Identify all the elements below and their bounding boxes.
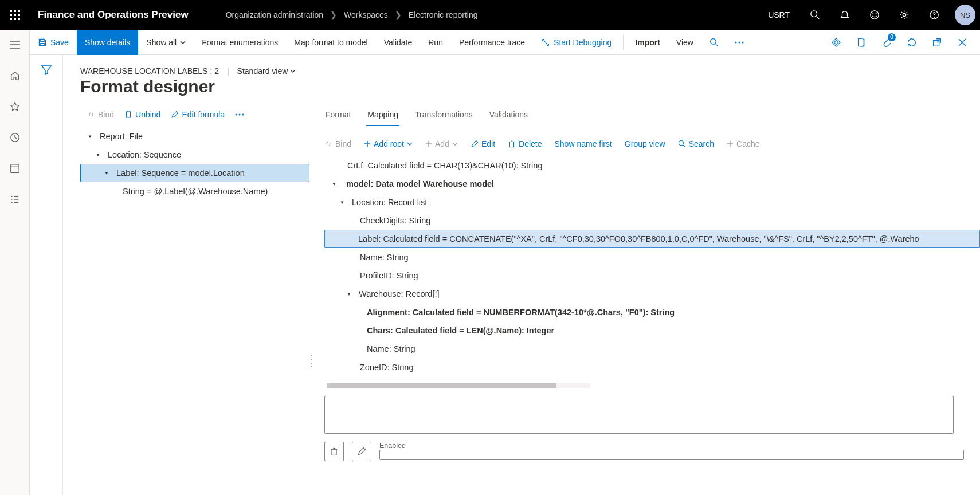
show-all-button[interactable]: Show all — [138, 30, 194, 55]
svg-rect-8 — [18, 18, 20, 20]
import-button[interactable]: Import — [627, 30, 668, 55]
svg-point-35 — [738, 41, 740, 43]
svg-rect-1 — [14, 10, 16, 12]
app-title: Finance and Operations Preview — [30, 0, 205, 30]
tree-row[interactable]: Chars: Calculated field = LEN(@.Name): I… — [324, 321, 980, 340]
save-label: Save — [50, 38, 69, 47]
overflow-button[interactable] — [727, 30, 752, 55]
caret-down-icon[interactable]: ▼ — [94, 152, 102, 158]
save-button[interactable]: Save — [30, 30, 77, 55]
svg-point-9 — [811, 11, 817, 17]
caret-down-icon[interactable]: ▼ — [330, 182, 338, 187]
diamond-icon[interactable] — [825, 32, 847, 53]
svg-point-30 — [543, 39, 544, 41]
svg-point-45 — [242, 114, 244, 116]
tree-row[interactable]: String = @.Label(@.Warehouse.Name) — [80, 182, 309, 201]
find-button[interactable] — [701, 30, 727, 55]
avatar[interactable]: NS — [955, 5, 975, 25]
edit-button[interactable]: Edit — [471, 139, 495, 148]
help-icon[interactable] — [922, 0, 947, 30]
svg-rect-5 — [18, 14, 20, 16]
home-icon[interactable] — [6, 66, 24, 85]
workspace-icon[interactable] — [6, 159, 24, 178]
tree-row[interactable]: ProfileID: String — [324, 266, 980, 285]
add-button: Add — [425, 139, 458, 148]
tree-row[interactable]: ▼ Location: Sequence — [80, 146, 309, 164]
breadcrumb-item[interactable]: Electronic reporting — [409, 10, 478, 19]
delete-button[interactable]: Delete — [508, 139, 542, 148]
close-icon[interactable] — [951, 32, 973, 53]
splitter-handle[interactable] — [309, 261, 314, 461]
tab-validations[interactable]: Validations — [488, 107, 529, 126]
tree-row[interactable]: CrLf: Calculated field = CHAR(13)&CHAR(1… — [324, 156, 980, 175]
search-icon[interactable] — [802, 0, 828, 30]
edit-formula-button[interactable]: Edit formula — [171, 110, 225, 119]
caret-down-icon[interactable]: ▼ — [338, 200, 346, 205]
search-button[interactable]: Search — [678, 139, 714, 148]
delete-formula-button[interactable] — [324, 442, 344, 461]
tree-row[interactable]: ▼ model: Data model Warehouse model — [324, 175, 980, 193]
filter-icon[interactable] — [41, 64, 52, 495]
modules-icon[interactable] — [6, 190, 24, 209]
caret-down-icon[interactable]: ▼ — [86, 134, 94, 139]
enabled-input[interactable] — [379, 450, 964, 460]
waffle-icon[interactable] — [0, 0, 30, 30]
gear-icon[interactable] — [892, 0, 917, 30]
recent-icon[interactable] — [6, 128, 24, 147]
separator — [623, 35, 624, 50]
expression-textarea[interactable] — [324, 396, 954, 434]
perf-trace-button[interactable]: Performance trace — [451, 30, 533, 55]
horizontal-scrollbar[interactable] — [327, 383, 590, 388]
smile-icon[interactable] — [862, 0, 887, 30]
tree-row[interactable]: Alignment: Calculated field = NUMBERFORM… — [324, 303, 980, 321]
star-icon[interactable] — [6, 97, 24, 116]
svg-point-32 — [711, 38, 716, 44]
tree-row[interactable]: ▼ Location: Record list — [324, 193, 980, 211]
edit-formula-button[interactable] — [352, 442, 371, 461]
breadcrumb-item[interactable]: Organization administration — [226, 10, 323, 19]
breadcrumb-item[interactable]: Workspaces — [344, 10, 388, 19]
view-button[interactable]: View — [668, 30, 701, 55]
chevron-right-icon: ❯ — [330, 10, 337, 19]
validate-button[interactable]: Validate — [376, 30, 421, 55]
tab-mapping[interactable]: Mapping — [366, 107, 399, 126]
bell-icon[interactable] — [832, 0, 857, 30]
format-enum-button[interactable]: Format enumerations — [194, 30, 286, 55]
view-selector[interactable]: Standard view — [237, 66, 296, 76]
divider: | — [227, 66, 229, 76]
caret-down-icon[interactable]: ▼ — [345, 292, 353, 297]
overflow-button[interactable] — [235, 113, 244, 116]
office-icon[interactable] — [850, 32, 872, 53]
tree-row[interactable]: Name: String — [324, 248, 980, 266]
svg-point-11 — [871, 11, 879, 19]
popout-icon[interactable] — [926, 32, 948, 53]
run-button[interactable]: Run — [420, 30, 451, 55]
cache-button: Cache — [727, 139, 759, 148]
tree-row[interactable]: Name: String — [324, 340, 980, 358]
svg-line-10 — [817, 17, 820, 19]
group-view-button[interactable]: Group view — [625, 139, 665, 148]
company-label[interactable]: USRT — [760, 10, 798, 19]
tab-transformations[interactable]: Transformations — [414, 107, 474, 126]
add-root-button[interactable]: Add root — [364, 139, 413, 148]
unbind-button[interactable]: Unbind — [124, 110, 160, 119]
tree-row[interactable]: ▼ Label: Sequence = model.Location — [80, 164, 309, 182]
tree-row[interactable]: ▼ Warehouse: Record[!] — [324, 285, 980, 303]
refresh-icon[interactable] — [901, 32, 923, 53]
tree-row[interactable]: ▼ Report: File — [80, 127, 309, 146]
map-format-button[interactable]: Map format to model — [286, 30, 375, 55]
svg-line-33 — [715, 44, 718, 46]
svg-rect-0 — [10, 10, 12, 12]
bind-button: Bind — [87, 110, 114, 119]
menu-icon[interactable] — [6, 36, 24, 54]
attach-icon[interactable]: 0 — [876, 32, 897, 53]
tree-row[interactable]: Label: Calculated field = CONCATENATE("^… — [324, 230, 980, 248]
show-name-button[interactable]: Show name first — [554, 139, 611, 148]
caret-down-icon[interactable]: ▼ — [103, 171, 111, 176]
start-debug-button[interactable]: Start Debugging — [533, 30, 620, 55]
tree-row[interactable]: CheckDigits: String — [324, 211, 980, 230]
svg-point-44 — [239, 114, 241, 116]
show-details-button[interactable]: Show details — [77, 30, 138, 55]
tab-format[interactable]: Format — [324, 107, 352, 126]
tree-row[interactable]: ZoneID: String — [324, 358, 980, 376]
